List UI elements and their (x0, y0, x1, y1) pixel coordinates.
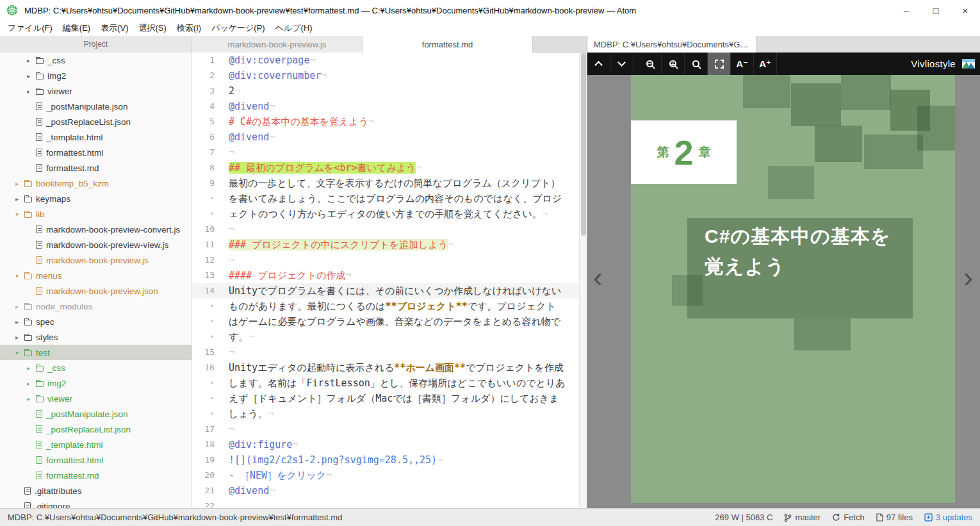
tree-item-spec[interactable]: ▸spec (0, 314, 192, 329)
menu-item-1[interactable]: 編集(E) (58, 22, 95, 34)
tree-item-node_modules[interactable]: ▸node_modules (0, 299, 192, 314)
fetch-button[interactable]: Fetch (832, 513, 865, 522)
code-line[interactable]: •ェクトのつくり方からエディタの使い方までの手順を覚えてください。¬ (192, 206, 579, 222)
tree-item-formattest.html[interactable]: formattest.html (0, 452, 192, 468)
chevron-right-icon[interactable]: ▸ (15, 303, 24, 310)
tree-item-markdown-book-preview.js[interactable]: markdown-book-preview.js (0, 252, 192, 268)
code-line[interactable]: •を書いてみましょう。ここではプログラムの内容そのものではなく、プロジ (192, 191, 579, 206)
close-button[interactable]: × (951, 0, 980, 21)
code-line[interactable]: 13#### プロジェクトの作成¬ (192, 268, 579, 283)
code-line[interactable]: 22 (192, 498, 579, 508)
tree-item-markdown-book-preview-convert.js[interactable]: markdown-book-preview-convert.js (0, 222, 192, 237)
code-line[interactable]: 4@divend¬ (192, 99, 579, 114)
chevron-right-icon[interactable]: ▸ (15, 180, 24, 187)
chevron-right-icon[interactable]: ▸ (15, 334, 24, 341)
chevron-right-icon[interactable]: ▸ (27, 380, 36, 387)
tree-item-_postManipulate.json[interactable]: _postManipulate.json (0, 99, 192, 114)
preview-tab[interactable]: MDBP: C:¥Users¥ohtsu¥Documents¥GitHub¥..… (587, 36, 756, 53)
code-line[interactable]: 21@divend¬ (192, 483, 579, 498)
zoom-out-button[interactable]: − (639, 53, 662, 75)
code-line[interactable]: •しょう。¬ (192, 406, 579, 422)
page-down-button[interactable] (610, 53, 633, 75)
chevron-right-icon[interactable]: ▸ (15, 318, 24, 325)
chevron-right-icon[interactable]: ▸ (27, 395, 36, 402)
code-line[interactable]: 12¬ (192, 252, 579, 268)
editor-body[interactable]: 1@div:coverpage¬2@div:covernumber¬32¬4@d… (192, 53, 579, 508)
tree-item-lib[interactable]: ▾lib (0, 206, 192, 222)
code-line[interactable]: 17¬ (192, 422, 579, 437)
code-line[interactable]: 16Unityエディタの起動時に表示される**ホーム画面**でプロジェクトを作成 (192, 360, 579, 375)
code-line[interactable]: 14Unityでプログラムを書くには、その前にいくつか作成しなければいけない (192, 283, 579, 299)
tree-item-_css[interactable]: ▸_css (0, 53, 192, 68)
code-line[interactable]: •します。名前は「FirstLesson」とし、保存場所はどこでもいいのでとりあ (192, 375, 579, 391)
tree-item-viewer[interactable]: ▸viewer (0, 83, 192, 99)
tree-item-_postReplaceList.json[interactable]: _postReplaceList.json (0, 114, 192, 129)
menu-item-2[interactable]: 表示(V) (95, 22, 133, 34)
tree-item-markdown-book-preview.json[interactable]: markdown-book-preview.json (0, 283, 192, 299)
tree-item-.gitattributes[interactable]: .gitattributes (0, 483, 192, 498)
minimize-button[interactable]: – (892, 0, 921, 21)
git-branch-indicator[interactable]: master (784, 513, 821, 522)
code-line[interactable]: 32¬ (192, 83, 579, 99)
prev-page-arrow[interactable]: ‹ (593, 265, 603, 290)
tree-item-viewer[interactable]: ▸viewer (0, 391, 192, 406)
tree-item-markdown-book-preview-view.js[interactable]: markdown-book-preview-view.js (0, 237, 192, 252)
chevron-down-icon[interactable]: ▾ (15, 211, 24, 218)
zoom-reset-button[interactable] (685, 53, 708, 75)
code-line[interactable]: •はゲームに必要なプログラムや画像、音楽などのデータをまとめる容れ物で (192, 314, 579, 329)
code-line[interactable]: 20- ［NEW］をクリック¬ (192, 468, 579, 483)
code-line[interactable]: •ものがあります。最初につくるのは**プロジェクト**です。プロジェクト (192, 299, 579, 314)
tree-item-.gitignore[interactable]: .gitignore (0, 498, 192, 508)
tree-item-_postManipulate.json[interactable]: _postManipulate.json (0, 406, 192, 422)
menu-item-4[interactable]: 検索(I) (172, 22, 206, 34)
fit-page-button[interactable] (708, 53, 731, 75)
chevron-right-icon[interactable]: ▸ (15, 195, 24, 202)
code-line[interactable]: 15¬ (192, 345, 579, 360)
chevron-down-icon[interactable]: ▾ (15, 349, 24, 356)
code-line[interactable]: 19![](img2/c2s1-2.png?svgimg=28.5,,25)¬ (192, 452, 579, 468)
tree-item-formattest.md[interactable]: formattest.md (0, 160, 192, 176)
changed-files-indicator[interactable]: 97 files (876, 513, 913, 522)
tree-item-formattest.html[interactable]: formattest.html (0, 145, 192, 160)
editor-tab-1[interactable]: formattest.md (363, 36, 533, 53)
font-larger-button[interactable]: A⁺ (754, 53, 777, 75)
updates-indicator[interactable]: 3 updates (924, 513, 972, 522)
editor-tab-0[interactable]: markdown-book-preview.js (192, 36, 363, 53)
code-line[interactable]: 11### プロジェクトの中にスクリプトを追加しよう¬ (192, 237, 579, 252)
chevron-right-icon[interactable]: ▸ (27, 88, 36, 95)
tree-item-_css[interactable]: ▸_css (0, 360, 192, 375)
tree-item-img2[interactable]: ▸img2 (0, 375, 192, 391)
tree-item-styles[interactable]: ▸styles (0, 329, 192, 345)
menu-item-6[interactable]: ヘルプ(H) (270, 22, 318, 34)
menu-item-0[interactable]: ファイル(F) (3, 22, 58, 34)
page-up-button[interactable] (587, 53, 610, 75)
chevron-right-icon[interactable]: ▸ (27, 57, 36, 64)
code-line[interactable]: 1@div:coverpage¬ (192, 53, 579, 68)
tree-item-formattest.md[interactable]: formattest.md (0, 468, 192, 483)
editor-scrollbar[interactable] (579, 53, 587, 508)
tree-item-menus[interactable]: ▾menus (0, 268, 192, 283)
code-line[interactable]: 9最初の一歩として、文字を表示するだけの簡単なプログラム（スクリプト） (192, 176, 579, 191)
font-smaller-button[interactable]: A⁻ (731, 53, 754, 75)
next-page-arrow[interactable]: › (963, 265, 973, 290)
editor-scrollbar-thumb[interactable] (581, 53, 586, 236)
tree-item-keymaps[interactable]: ▸keymaps (0, 191, 192, 206)
tree-item-test[interactable]: ▾test (0, 345, 192, 360)
zoom-in-button[interactable]: + (662, 53, 685, 75)
code-line[interactable]: 7¬ (192, 145, 579, 160)
tree-item-_template.html[interactable]: _template.html (0, 437, 192, 452)
code-line[interactable]: 2@div:covernumber¬ (192, 68, 579, 83)
code-line[interactable]: 10¬ (192, 222, 579, 237)
chevron-down-icon[interactable]: ▾ (15, 272, 24, 279)
chevron-right-icon[interactable]: ▸ (27, 72, 36, 79)
tree-item-_template.html[interactable]: _template.html (0, 129, 192, 145)
code-line[interactable]: 18@div:figure¬ (192, 437, 579, 452)
code-line[interactable]: 8## 最初のプログラムを<br>書いてみよう¬ (192, 160, 579, 176)
menu-item-3[interactable]: 選択(S) (134, 22, 172, 34)
tree-item-booktemp_b5_kzm[interactable]: ▸booktemp_b5_kzm (0, 176, 192, 191)
tree-item-img2[interactable]: ▸img2 (0, 68, 192, 83)
chevron-right-icon[interactable]: ▸ (27, 365, 36, 372)
code-line[interactable]: 6@divend¬ (192, 129, 579, 145)
code-line[interactable]: 5# C#の基本中の基本を覚えよう¬ (192, 114, 579, 129)
code-line[interactable]: •す。¬ (192, 329, 579, 345)
